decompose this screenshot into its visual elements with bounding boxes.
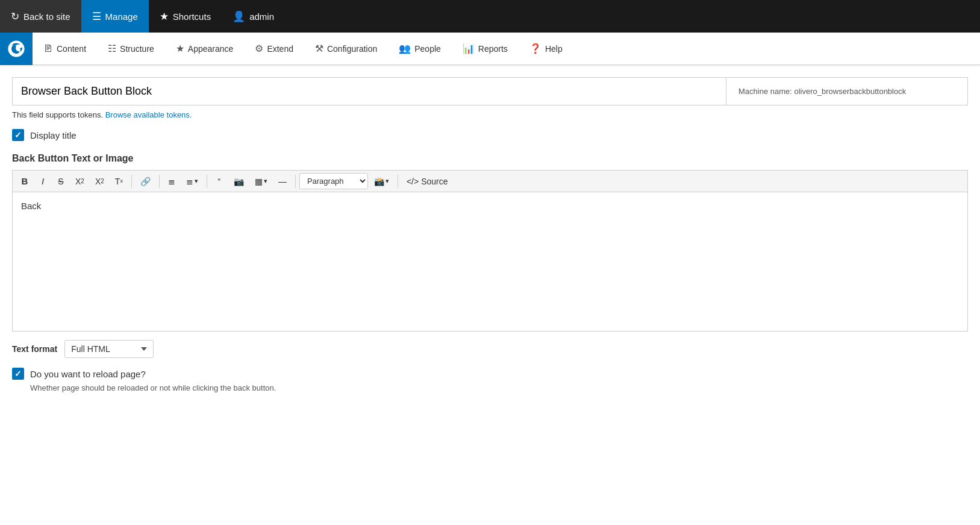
machine-name-area: Machine name: olivero_browserbackbuttonb… <box>726 78 967 105</box>
shortcuts-link[interactable]: ★ Shortcuts <box>149 0 222 33</box>
toolbar-link-btn[interactable]: 🔗 <box>136 174 155 189</box>
reload-description: Whether page should be reloaded or not w… <box>30 383 968 392</box>
toolbar-divider-1 <box>131 175 132 188</box>
toolbar-bold-btn[interactable]: B <box>16 174 33 189</box>
reports-icon: 📊 <box>463 43 475 54</box>
toolbar-paragraph-dropdown[interactable]: Paragraph Heading 1 Heading 2 Heading 3 … <box>299 173 368 189</box>
configuration-icon: ⚒ <box>315 43 323 54</box>
display-title-label[interactable]: Display title <box>30 130 76 140</box>
admin-user-link[interactable]: 👤 admin <box>222 0 285 33</box>
toolbar-blockquote-btn[interactable]: “ <box>211 174 228 189</box>
reload-label[interactable]: Do you want to reload page? <box>30 369 146 379</box>
nav-appearance[interactable]: ★ Appearance <box>165 33 245 64</box>
block-title-section: Machine name: olivero_browserbackbuttonb… <box>12 77 968 105</box>
nav-structure[interactable]: ☷ Structure <box>97 33 165 64</box>
toolbar-image-btn[interactable]: 📷 <box>229 174 249 189</box>
toolbar-more-formats-btn[interactable]: 📸▾ <box>369 174 394 189</box>
toolbar-table-btn[interactable]: ▦▾ <box>250 174 272 189</box>
editor-toolbar: B I S X2 X2 Tx 🔗 ≣ ≣▾ “ 📷 ▦▾ — Paragraph… <box>13 171 967 192</box>
nav-extend[interactable]: ⚙ Extend <box>244 33 304 64</box>
nav-people[interactable]: 👥 People <box>388 33 452 64</box>
content-area: Machine name: olivero_browserbackbuttonb… <box>0 77 980 404</box>
appearance-icon: ★ <box>176 43 184 54</box>
token-help: This field supports tokens. Browse avail… <box>12 110 968 119</box>
nav-configuration[interactable]: ⚒ Configuration <box>304 33 388 64</box>
toolbar-numbered-list-btn[interactable]: ≣▾ <box>181 174 203 189</box>
toolbar-divider-2 <box>159 175 160 188</box>
star-icon: ★ <box>160 10 169 23</box>
people-icon: 👥 <box>399 43 411 54</box>
user-icon: 👤 <box>233 10 245 23</box>
nav-help[interactable]: ❓ Help <box>519 33 573 64</box>
toolbar-divider-4 <box>295 175 296 188</box>
content-icon: 🖹 <box>43 43 53 54</box>
reload-row: Do you want to reload page? <box>12 368 968 380</box>
toolbar-divider-5 <box>398 175 398 188</box>
toolbar-italic-btn[interactable]: I <box>34 174 51 189</box>
extend-icon: ⚙ <box>255 43 263 54</box>
toolbar-hr-btn[interactable]: — <box>273 174 292 189</box>
back-to-site-link[interactable]: ↻ Back to site <box>0 0 81 33</box>
drupal-logo[interactable] <box>0 33 33 65</box>
toolbar-clear-format-btn[interactable]: Tx <box>110 174 128 189</box>
home-icon: ↻ <box>11 10 19 23</box>
toolbar-divider-3 <box>207 175 207 188</box>
block-title-input-wrap <box>13 78 726 105</box>
block-title-input[interactable] <box>13 78 726 105</box>
display-title-row: Display title <box>12 129 968 141</box>
back-button-section-label: Back Button Text or Image <box>12 153 968 164</box>
manage-link[interactable]: ☰ Manage <box>81 0 149 33</box>
text-format-label: Text format <box>12 344 57 354</box>
text-format-select[interactable]: Full HTML Basic HTML Plain text Restrict… <box>64 340 154 358</box>
reload-section: Do you want to reload page? Whether page… <box>12 368 968 392</box>
nav-content[interactable]: 🖹 Content <box>33 33 97 64</box>
editor-content[interactable]: Back <box>13 192 967 331</box>
source-icon: </> <box>407 177 419 186</box>
toolbar-subscript-btn[interactable]: X2 <box>90 174 109 189</box>
menu-icon: ☰ <box>92 10 101 23</box>
main-nav: 🖹 Content ☷ Structure ★ Appearance ⚙ Ext… <box>0 33 980 65</box>
admin-bar: ↻ Back to site ☰ Manage ★ Shortcuts 👤 ad… <box>0 0 980 33</box>
toolbar-strikethrough-btn[interactable]: S <box>52 174 69 189</box>
help-icon: ❓ <box>529 43 541 54</box>
reload-checkbox[interactable] <box>12 368 24 380</box>
nav-reports[interactable]: 📊 Reports <box>452 33 519 64</box>
display-title-checkbox[interactable] <box>12 129 24 141</box>
toolbar-bullet-list-btn[interactable]: ≣ <box>163 174 180 189</box>
text-format-row: Text format Full HTML Basic HTML Plain t… <box>12 340 968 358</box>
structure-icon: ☷ <box>108 43 116 54</box>
toolbar-superscript-btn[interactable]: X2 <box>70 174 89 189</box>
browse-tokens-link[interactable]: Browse available tokens. <box>105 110 192 119</box>
toolbar-source-btn[interactable]: </> Source <box>402 174 453 189</box>
editor-container: B I S X2 X2 Tx 🔗 ≣ ≣▾ “ 📷 ▦▾ — Paragraph… <box>12 170 968 332</box>
